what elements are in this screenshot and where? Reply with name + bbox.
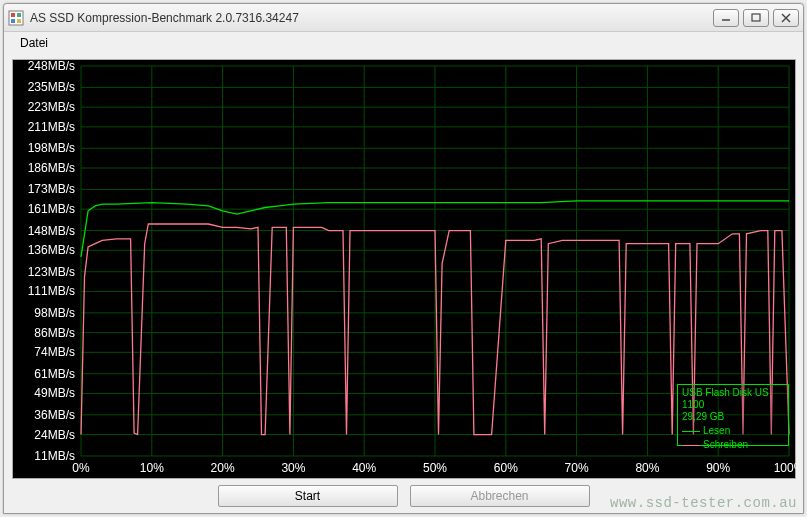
- svg-text:90%: 90%: [706, 461, 730, 475]
- abort-button: Abbrechen: [410, 485, 590, 507]
- svg-rect-3: [11, 19, 15, 23]
- button-bar: Start Abbrechen: [4, 479, 803, 513]
- maximize-button[interactable]: [743, 9, 769, 27]
- svg-rect-1: [11, 13, 15, 17]
- svg-text:61MB/s: 61MB/s: [34, 367, 75, 381]
- svg-text:74MB/s: 74MB/s: [34, 345, 75, 359]
- svg-text:248MB/s: 248MB/s: [28, 60, 75, 73]
- svg-text:70%: 70%: [565, 461, 589, 475]
- svg-text:10%: 10%: [140, 461, 164, 475]
- svg-text:198MB/s: 198MB/s: [28, 141, 75, 155]
- legend-box: USB Flash Disk US 1100 29,29 GB Lesen Sc…: [677, 384, 789, 446]
- legend-write-label: Schreiben: [703, 439, 748, 451]
- svg-text:24MB/s: 24MB/s: [34, 428, 75, 442]
- legend-read-swatch: [682, 431, 700, 432]
- svg-text:148MB/s: 148MB/s: [28, 224, 75, 238]
- svg-text:80%: 80%: [635, 461, 659, 475]
- svg-text:60%: 60%: [494, 461, 518, 475]
- legend-size: 29,29 GB: [682, 411, 784, 423]
- svg-text:173MB/s: 173MB/s: [28, 182, 75, 196]
- svg-text:136MB/s: 136MB/s: [28, 243, 75, 257]
- menu-datei[interactable]: Datei: [12, 34, 56, 52]
- svg-text:0%: 0%: [72, 461, 90, 475]
- svg-text:111MB/s: 111MB/s: [28, 284, 75, 298]
- svg-text:98MB/s: 98MB/s: [34, 306, 75, 320]
- chart-area: 248MB/s235MB/s223MB/s211MB/s198MB/s186MB…: [12, 59, 796, 479]
- svg-text:161MB/s: 161MB/s: [28, 202, 75, 216]
- app-icon: [8, 10, 24, 26]
- svg-rect-4: [17, 19, 21, 23]
- svg-text:86MB/s: 86MB/s: [34, 326, 75, 340]
- svg-text:36MB/s: 36MB/s: [34, 408, 75, 422]
- svg-text:30%: 30%: [281, 461, 305, 475]
- titlebar: AS SSD Kompression-Benchmark 2.0.7316.34…: [4, 4, 803, 32]
- svg-text:40%: 40%: [352, 461, 376, 475]
- app-window: AS SSD Kompression-Benchmark 2.0.7316.34…: [3, 3, 804, 514]
- menubar: Datei: [4, 32, 803, 54]
- svg-text:20%: 20%: [211, 461, 235, 475]
- legend-device-line2: 1100: [682, 399, 784, 411]
- start-button[interactable]: Start: [218, 485, 398, 507]
- window-title: AS SSD Kompression-Benchmark 2.0.7316.34…: [30, 11, 713, 25]
- svg-rect-6: [752, 14, 760, 21]
- svg-text:11MB/s: 11MB/s: [34, 449, 75, 463]
- minimize-button[interactable]: [713, 9, 739, 27]
- svg-text:123MB/s: 123MB/s: [28, 265, 75, 279]
- svg-text:100%: 100%: [774, 461, 797, 475]
- close-button[interactable]: [773, 9, 799, 27]
- svg-text:223MB/s: 223MB/s: [28, 100, 75, 114]
- legend-read-label: Lesen: [703, 425, 730, 437]
- svg-rect-2: [17, 13, 21, 17]
- svg-text:186MB/s: 186MB/s: [28, 161, 75, 175]
- svg-text:235MB/s: 235MB/s: [28, 80, 75, 94]
- legend-device: USB Flash Disk US: [682, 387, 784, 399]
- svg-text:49MB/s: 49MB/s: [34, 386, 75, 400]
- svg-text:211MB/s: 211MB/s: [28, 120, 75, 134]
- svg-text:50%: 50%: [423, 461, 447, 475]
- legend-write-swatch: [682, 445, 700, 446]
